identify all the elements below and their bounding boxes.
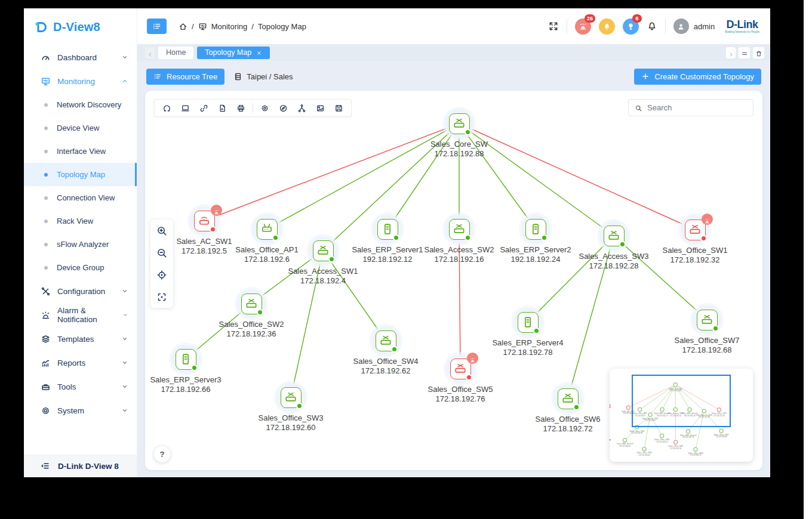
sidebar-item-dashboard[interactable]: Dashboard bbox=[24, 45, 137, 69]
device-node-osw6[interactable] bbox=[553, 384, 582, 413]
minimap[interactable]: Sales_Core_SW 172.18.192.88 Sales_AC_SW1… bbox=[610, 369, 753, 462]
sidebar-item-topology-map[interactable]: Topology Map bbox=[24, 163, 137, 186]
tips-button[interactable]: 6 bbox=[623, 18, 639, 35]
warning-notifications-button[interactable] bbox=[599, 18, 615, 35]
device-node-asw3[interactable] bbox=[599, 221, 628, 250]
menu-toggle-button[interactable] bbox=[147, 18, 167, 34]
save-button[interactable] bbox=[330, 100, 348, 116]
tab-scroll-right-button[interactable] bbox=[726, 47, 736, 58]
device-chip bbox=[194, 211, 215, 231]
device-node-asw1[interactable] bbox=[309, 236, 337, 265]
bullet-icon bbox=[44, 266, 48, 270]
switch-device-icon bbox=[700, 313, 713, 326]
sidebar-item-monitoring[interactable]: Monitoring bbox=[24, 69, 137, 93]
close-tabs-button[interactable] bbox=[753, 47, 764, 58]
link-button[interactable] bbox=[195, 100, 213, 116]
relayout-button[interactable] bbox=[158, 100, 176, 116]
sidebar-item-connection-view[interactable]: Connection View bbox=[24, 186, 137, 209]
device-node-osw5[interactable] bbox=[446, 354, 475, 383]
search-input[interactable] bbox=[647, 103, 752, 112]
device-chip bbox=[377, 219, 398, 240]
device-node-asw2[interactable] bbox=[445, 215, 473, 243]
switch-device-icon bbox=[561, 392, 574, 405]
svg-text:172.18.192.78: 172.18.192.78 bbox=[682, 436, 694, 438]
tab-home[interactable]: Home bbox=[158, 47, 193, 59]
compass-button[interactable] bbox=[274, 100, 293, 116]
status-dot bbox=[465, 234, 471, 241]
topology-location-label: Taipei / Sales bbox=[247, 72, 293, 81]
locate-button[interactable] bbox=[150, 264, 173, 286]
menu-lines-icon bbox=[741, 49, 748, 56]
close-icon[interactable] bbox=[256, 50, 262, 55]
tab-scroll-left-button[interactable] bbox=[145, 47, 155, 58]
svg-text:172.18.192.68: 172.18.192.68 bbox=[716, 435, 728, 438]
resource-tree-button[interactable]: Resource Tree bbox=[146, 69, 224, 85]
bell-outline-icon[interactable] bbox=[647, 21, 657, 32]
image-button[interactable] bbox=[311, 100, 330, 116]
sidebar-footer-toggle[interactable]: D-Link D-View 8 bbox=[24, 455, 137, 477]
tab-bar-actions bbox=[726, 47, 764, 58]
device-chip bbox=[450, 359, 471, 379]
device-node-ap1[interactable] bbox=[253, 215, 281, 243]
laptop-button[interactable] bbox=[176, 100, 195, 116]
templates-icon bbox=[41, 334, 51, 344]
sidebar-item-device-group[interactable]: Device Group bbox=[24, 256, 137, 279]
fit-screen-button[interactable] bbox=[150, 286, 173, 308]
fullscreen-icon[interactable] bbox=[548, 21, 559, 32]
device-label: Sales_Office_SW6 172.18.192.72 bbox=[517, 415, 619, 434]
home-icon[interactable] bbox=[179, 22, 187, 31]
switch-device-icon bbox=[607, 229, 620, 242]
device-chip bbox=[376, 330, 396, 351]
printer-button[interactable] bbox=[232, 100, 250, 116]
export-file-button[interactable] bbox=[213, 100, 232, 116]
sidebar-item-configuration[interactable]: Configuration bbox=[24, 279, 137, 303]
device-node-ac1[interactable] bbox=[190, 206, 219, 235]
settings-button[interactable] bbox=[256, 100, 274, 116]
device-label: Sales_ERP_Server2 192.18.192.24 bbox=[485, 245, 586, 264]
device-label: Sales_Core_SW 172.18.192.88 bbox=[408, 140, 510, 159]
sidebar-item-tools[interactable]: Tools bbox=[24, 375, 137, 398]
alarm-notifications-button[interactable]: 26 bbox=[575, 18, 591, 35]
device-node-osw7[interactable] bbox=[693, 305, 721, 334]
device-node-osw1[interactable] bbox=[681, 215, 709, 244]
status-dot bbox=[619, 241, 626, 248]
device-node-erp3[interactable] bbox=[171, 345, 200, 373]
device-node-erp4[interactable] bbox=[513, 308, 542, 336]
zoom-in-button[interactable] bbox=[150, 220, 173, 242]
relayout-icon bbox=[162, 104, 171, 113]
user-menu[interactable]: admin bbox=[673, 18, 715, 34]
bullet-icon bbox=[44, 243, 48, 246]
switch-device-icon bbox=[454, 362, 467, 375]
device-node-osw3[interactable] bbox=[276, 383, 305, 412]
person-icon bbox=[676, 22, 685, 31]
device-chip bbox=[525, 219, 546, 240]
device-node-core[interactable] bbox=[445, 109, 473, 138]
device-node-erp1[interactable] bbox=[373, 215, 402, 243]
sidebar-item-device-view[interactable]: Device View bbox=[24, 116, 137, 140]
sidebar-item-network-discovery[interactable]: Network Discovery bbox=[24, 93, 137, 116]
device-node-osw2[interactable] bbox=[237, 289, 266, 318]
reports-icon bbox=[41, 358, 51, 368]
sidebar-item-sflow-analyzer[interactable]: sFlow Analyzer bbox=[24, 233, 137, 256]
tab-topology-map[interactable]: Topology Map bbox=[197, 47, 270, 59]
tab-list-button[interactable] bbox=[739, 47, 750, 58]
topology-branch-button[interactable] bbox=[293, 100, 311, 116]
svg-text:172.18.192.88: 172.18.192.88 bbox=[670, 390, 682, 392]
sidebar-item-system[interactable]: System bbox=[24, 398, 137, 422]
sidebar-item-interface-view[interactable]: Interface View bbox=[24, 140, 137, 163]
help-button[interactable]: ? bbox=[154, 446, 170, 462]
sidebar-item-alarm-notification[interactable]: Alarm & Notification bbox=[24, 303, 137, 327]
topology-canvas[interactable]: Sales_Core_SW 172.18.192.88 Sales_AC_SW1… bbox=[145, 91, 762, 470]
sidebar-item-templates[interactable]: Templates bbox=[24, 327, 137, 351]
sidebar-subitem-label: Rack View bbox=[57, 217, 93, 225]
create-customized-topology-button[interactable]: Create Customized Topology bbox=[634, 69, 761, 85]
device-node-erp2[interactable] bbox=[521, 215, 550, 243]
device-node-osw4[interactable] bbox=[371, 326, 400, 355]
sidebar-item-rack-view[interactable]: Rack View bbox=[24, 209, 137, 233]
breadcrumb-section[interactable]: Monitoring bbox=[211, 22, 248, 31]
sidebar-item-reports[interactable]: Reports bbox=[24, 351, 137, 375]
dlink-logo-text: D-Link bbox=[725, 19, 759, 30]
server-device-icon bbox=[521, 316, 534, 329]
zoom-out-button[interactable] bbox=[150, 242, 173, 264]
topology-branch-icon bbox=[297, 104, 306, 113]
